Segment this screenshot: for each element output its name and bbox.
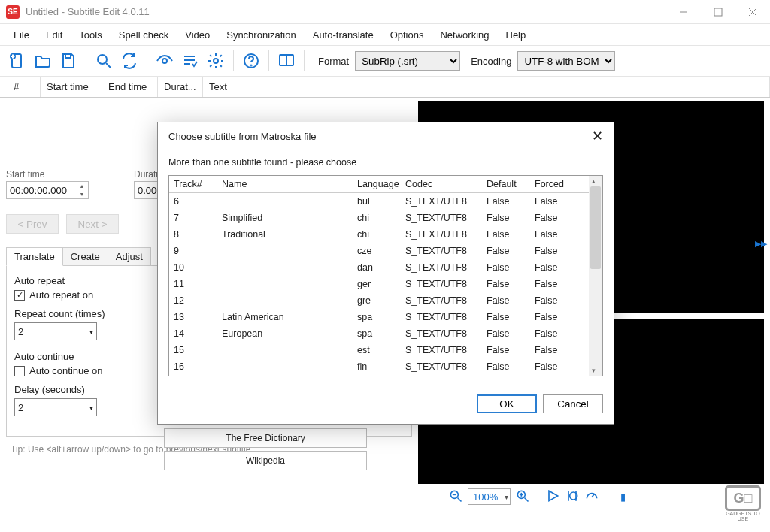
- subtitle-grid-header: # Start time End time Durat... Text: [0, 77, 770, 98]
- settings-icon[interactable]: [205, 50, 227, 72]
- close-button[interactable]: [735, 0, 770, 24]
- visual-sync-icon[interactable]: [153, 50, 176, 72]
- track-table-scrollbar[interactable]: ▴ ▾: [589, 176, 602, 376]
- col-language[interactable]: Language: [353, 176, 401, 192]
- window-title: Untitled - Subtitle Edit 4.0.11: [26, 6, 150, 17]
- choose-subtitle-dialog: Choose subtitle from Matroska file ✕ Mor…: [157, 122, 614, 425]
- menu-spellcheck[interactable]: Spell check: [113, 26, 174, 44]
- watermark-logo: G□ GADGETS TO USE: [720, 485, 765, 518]
- prev-button[interactable]: < Prev: [6, 214, 59, 234]
- svg-line-31: [592, 494, 594, 497]
- track-table-header: Track# Name Language Codec Default Force…: [169, 176, 589, 193]
- track-row[interactable]: 16finS_TEXT/UTF8FalseFalse: [169, 358, 589, 375]
- svg-rect-8: [65, 54, 71, 58]
- dialog-message: More than one subtitle found - please ch…: [168, 157, 603, 168]
- toolbar: Format SubRip (.srt) Encoding UTF-8 with…: [0, 45, 770, 77]
- track-row[interactable]: 7SimplifiedchiS_TEXT/UTF8FalseFalse: [169, 210, 589, 226]
- menu-video[interactable]: Video: [179, 26, 216, 44]
- encoding-select[interactable]: UTF-8 with BOM: [517, 51, 615, 71]
- search-icon[interactable]: [92, 50, 115, 72]
- wikipedia-button[interactable]: Wikipedia: [164, 451, 367, 470]
- free-dictionary-button[interactable]: The Free Dictionary: [164, 428, 367, 448]
- track-row[interactable]: 11gerS_TEXT/UTF8FalseFalse: [169, 276, 589, 292]
- layout-icon[interactable]: [275, 50, 298, 72]
- encoding-label: Encoding: [471, 56, 511, 67]
- zoom-out-icon[interactable]: [448, 488, 463, 506]
- track-row[interactable]: 13Latin AmericanspaS_TEXT/UTF8FalseFalse: [169, 309, 589, 325]
- svg-line-21: [458, 497, 462, 501]
- col-name[interactable]: Name: [217, 176, 353, 192]
- seek-forward-icon[interactable]: ▶▶: [755, 239, 767, 249]
- waveform-controls: 100% ▮: [418, 484, 764, 509]
- svg-marker-27: [549, 491, 558, 500]
- menu-synchronization[interactable]: Synchronization: [220, 26, 302, 44]
- track-row[interactable]: 17CanadianfreS_TEXT/UTF8FalseFalse: [169, 375, 589, 376]
- col-start[interactable]: Start time: [41, 77, 102, 97]
- replace-icon[interactable]: [118, 50, 141, 72]
- col-default[interactable]: Default: [482, 176, 530, 192]
- svg-point-15: [214, 59, 218, 63]
- col-track[interactable]: Track#: [169, 176, 217, 192]
- start-time-label: Start time: [6, 169, 44, 180]
- track-row[interactable]: 8TraditionalchiS_TEXT/UTF8FalseFalse: [169, 226, 589, 243]
- next-button[interactable]: Next >: [66, 214, 119, 234]
- menu-options[interactable]: Options: [384, 26, 430, 44]
- svg-point-9: [98, 55, 107, 64]
- col-duration[interactable]: Durat...: [158, 77, 203, 97]
- svg-point-11: [162, 59, 167, 63]
- zoom-select[interactable]: 100%: [468, 488, 511, 505]
- col-index[interactable]: #: [8, 77, 41, 97]
- repeat-count-select[interactable]: 2: [14, 322, 97, 340]
- app-icon: SE: [6, 5, 20, 19]
- svg-point-17: [251, 65, 252, 66]
- track-row[interactable]: 12greS_TEXT/UTF8FalseFalse: [169, 292, 589, 309]
- minimize-button[interactable]: [666, 0, 701, 24]
- menu-bar: File Edit Tools Spell check Video Synchr…: [0, 24, 770, 45]
- format-label: Format: [318, 56, 349, 67]
- track-row[interactable]: 15estS_TEXT/UTF8FalseFalse: [169, 342, 589, 358]
- svg-rect-1: [714, 8, 722, 16]
- maximize-button[interactable]: [701, 0, 735, 24]
- menu-file[interactable]: File: [8, 26, 35, 44]
- dialog-close-button[interactable]: ✕: [592, 128, 603, 144]
- track-row[interactable]: 9czeS_TEXT/UTF8FalseFalse: [169, 243, 589, 259]
- spellcheck-icon[interactable]: [179, 50, 202, 72]
- tab-translate[interactable]: Translate: [6, 247, 63, 266]
- col-text[interactable]: Text: [203, 77, 770, 97]
- menu-autotranslate[interactable]: Auto-translate: [307, 26, 380, 44]
- svg-line-10: [106, 63, 111, 68]
- delay-select[interactable]: 2: [14, 398, 97, 416]
- play-icon[interactable]: [545, 488, 560, 506]
- menu-networking[interactable]: Networking: [434, 26, 495, 44]
- open-file-icon[interactable]: [32, 50, 54, 72]
- track-row[interactable]: 10danS_TEXT/UTF8FalseFalse: [169, 259, 589, 276]
- menu-edit[interactable]: Edit: [40, 26, 68, 44]
- volume-slider-thumb[interactable]: ▮: [620, 491, 626, 503]
- window-titlebar: SE Untitled - Subtitle Edit 4.0.11: [0, 0, 770, 24]
- tab-create[interactable]: Create: [62, 247, 108, 266]
- position-icon[interactable]: [565, 488, 580, 506]
- svg-line-24: [525, 497, 529, 501]
- zoom-in-icon[interactable]: [515, 488, 530, 506]
- col-codec[interactable]: Codec: [401, 176, 482, 192]
- menu-help[interactable]: Help: [500, 26, 532, 44]
- menu-tools[interactable]: Tools: [73, 26, 108, 44]
- track-row[interactable]: 14EuropeanspaS_TEXT/UTF8FalseFalse: [169, 325, 589, 342]
- speed-icon[interactable]: [584, 488, 599, 506]
- dialog-title: Choose subtitle from Matroska file: [168, 131, 317, 142]
- tab-adjust[interactable]: Adjust: [108, 247, 151, 266]
- track-row[interactable]: 6bulS_TEXT/UTF8FalseFalse: [169, 193, 589, 210]
- col-end[interactable]: End time: [102, 77, 158, 97]
- ok-button[interactable]: OK: [477, 394, 537, 413]
- format-select[interactable]: SubRip (.srt): [355, 51, 460, 71]
- col-forced[interactable]: Forced: [530, 176, 575, 192]
- save-icon[interactable]: [57, 50, 80, 72]
- help-icon[interactable]: [240, 50, 262, 72]
- start-time-input[interactable]: 00:00:00.000 ▲▼: [6, 181, 89, 199]
- new-file-icon[interactable]: [6, 50, 29, 72]
- cancel-button[interactable]: Cancel: [543, 394, 603, 413]
